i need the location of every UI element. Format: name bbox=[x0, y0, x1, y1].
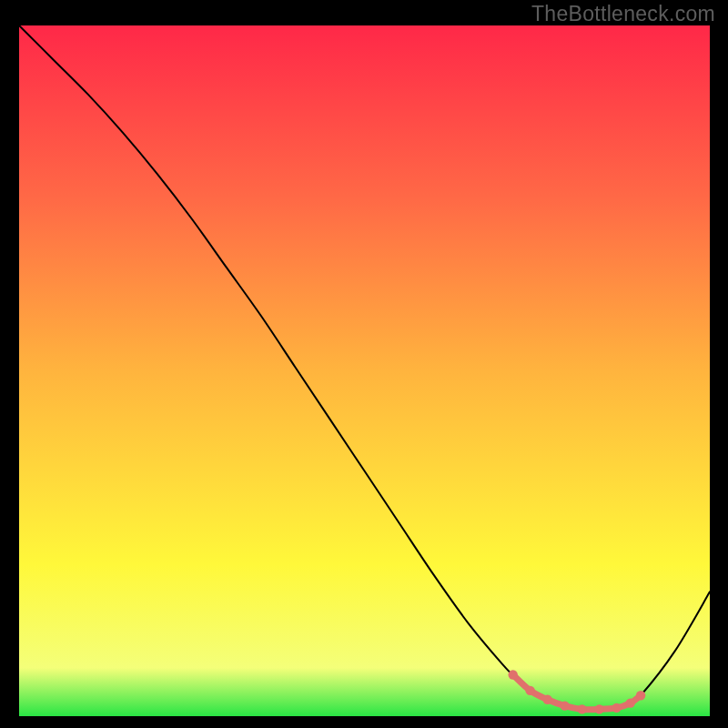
bottleneck-chart bbox=[19, 25, 710, 716]
valley-marker-dot bbox=[594, 704, 603, 713]
plot-area bbox=[19, 25, 710, 716]
valley-marker-dot bbox=[577, 704, 586, 713]
chart-stage: TheBottleneck.com bbox=[0, 0, 728, 728]
valley-marker-dot bbox=[508, 670, 517, 679]
gradient-background bbox=[19, 25, 710, 716]
valley-marker-dot bbox=[560, 701, 569, 710]
valley-marker-dot bbox=[542, 695, 551, 704]
valley-marker-dot bbox=[525, 686, 534, 695]
valley-marker-dot bbox=[636, 691, 645, 700]
watermark-text: TheBottleneck.com bbox=[531, 2, 715, 26]
valley-marker-dot bbox=[626, 698, 635, 707]
valley-marker-dot bbox=[612, 703, 621, 713]
